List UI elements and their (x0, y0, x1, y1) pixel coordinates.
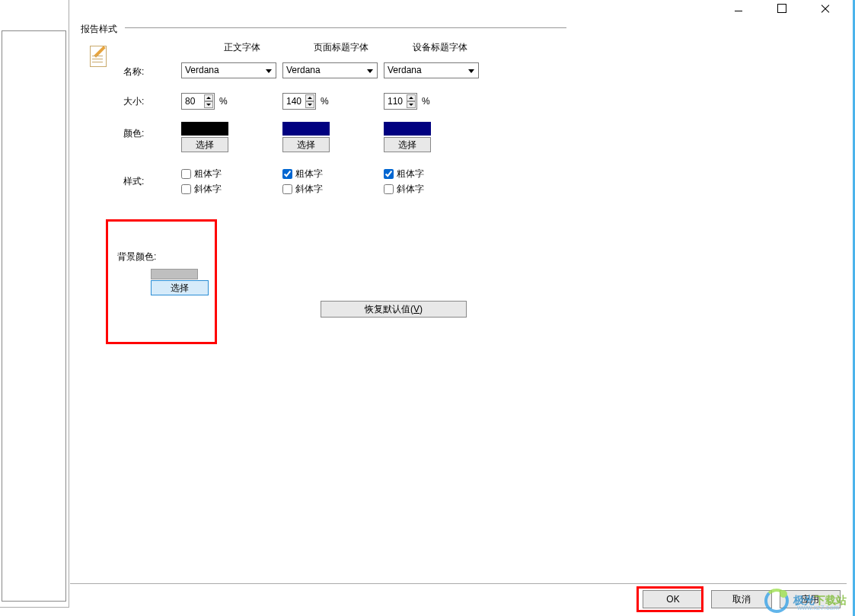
bottom-separator (70, 583, 847, 584)
combo-page-font[interactable]: Verdana (282, 62, 378, 78)
ok-button[interactable]: OK (643, 590, 703, 608)
window-min-button[interactable] (721, 0, 755, 17)
choose-color-device-button[interactable]: 选择 (384, 137, 431, 152)
spin-device-size-value: 110 (388, 96, 403, 107)
check-label: 斜体字 (295, 183, 323, 196)
color-swatch-body (181, 122, 228, 136)
check-label: 粗体字 (295, 168, 323, 180)
check-page-bold[interactable]: 粗体字 (282, 168, 323, 180)
background-color-group: 背景颜色: 选择 (108, 222, 215, 342)
check-label: 粗体字 (397, 168, 424, 180)
spin-down-icon[interactable] (204, 101, 213, 108)
col-header-device: 设备标题字体 (402, 41, 478, 54)
window-max-button[interactable] (764, 0, 799, 17)
spin-page-size-value: 140 (286, 96, 301, 107)
label-style: 样式: (123, 175, 161, 188)
check-body-italic[interactable]: 斜体字 (181, 183, 222, 196)
group-title: 报告样式 (81, 23, 122, 36)
cancel-button[interactable]: 取消 (711, 590, 772, 608)
percent-page: % (321, 96, 329, 107)
combo-device-font[interactable]: Verdana (384, 62, 479, 78)
check-label: 斜体字 (397, 183, 424, 196)
spin-page-size[interactable]: 140 (282, 93, 316, 110)
spin-up-icon[interactable] (204, 94, 213, 101)
check-device-bold[interactable]: 粗体字 (384, 168, 424, 180)
choose-color-page-button[interactable]: 选择 (282, 137, 330, 152)
combo-body-font-value: Verdana (185, 65, 219, 75)
side-tree-panel (0, 0, 69, 608)
label-size: 大小: (123, 95, 161, 108)
restore-defaults-button[interactable]: 恢复默认值(V) (321, 301, 467, 318)
label-name: 名称: (123, 65, 161, 78)
check-device-italic[interactable]: 斜体字 (384, 183, 424, 196)
content-area: 报告样式 正文字体 页面标题字体 设备标题字体 名称: 大小: 颜色: 样式: … (81, 27, 845, 582)
checkbox[interactable] (282, 184, 292, 194)
background-swatch (151, 269, 198, 279)
col-header-body: 正文字体 (204, 41, 280, 54)
percent-body: % (219, 96, 228, 107)
side-tree-inner[interactable] (2, 30, 66, 602)
restore-suffix: ) (420, 304, 423, 314)
restore-accelerator: V (413, 304, 420, 314)
spin-body-size-value: 80 (185, 96, 195, 107)
spin-down-icon[interactable] (305, 101, 314, 108)
chevron-down-icon (365, 65, 375, 77)
percent-device: % (422, 96, 430, 107)
checkbox[interactable] (181, 169, 191, 179)
check-page-italic[interactable]: 斜体字 (282, 183, 323, 196)
checkbox[interactable] (282, 169, 292, 179)
dialog-buttons: OK 取消 应用 (643, 590, 841, 608)
color-swatch-device (384, 122, 431, 136)
choose-color-body-button[interactable]: 选择 (181, 137, 228, 152)
spin-up-icon[interactable] (305, 94, 314, 101)
choose-background-button[interactable]: 选择 (151, 280, 209, 295)
color-swatch-page (282, 122, 330, 136)
checkbox[interactable] (384, 184, 394, 194)
chevron-down-icon (263, 65, 274, 77)
spin-device-size[interactable]: 110 (384, 93, 417, 110)
combo-page-font-value: Verdana (286, 65, 321, 75)
window-close-button[interactable] (808, 0, 842, 17)
dialog-window: 报告样式 正文字体 页面标题字体 设备标题字体 名称: 大小: 颜色: 样式: … (0, 0, 855, 616)
chevron-down-icon (466, 65, 477, 77)
window-titlebar (721, 0, 853, 20)
restore-text: 恢复默认值( (365, 304, 413, 314)
checkbox[interactable] (384, 169, 394, 179)
check-label: 斜体字 (194, 183, 222, 196)
label-color: 颜色: (123, 127, 161, 140)
checkbox[interactable] (181, 184, 191, 194)
group-separator (125, 27, 566, 28)
check-label: 粗体字 (194, 168, 222, 180)
spin-down-icon[interactable] (407, 101, 416, 108)
background-label: 背景颜色: (117, 251, 156, 263)
combo-device-font-value: Verdana (388, 65, 422, 75)
check-body-bold[interactable]: 粗体字 (181, 168, 222, 180)
apply-button[interactable]: 应用 (780, 590, 841, 608)
document-edit-icon (90, 46, 110, 69)
combo-body-font[interactable]: Verdana (181, 62, 276, 78)
spin-body-size[interactable]: 80 (181, 93, 215, 110)
spin-up-icon[interactable] (407, 94, 416, 101)
col-header-page: 页面标题字体 (303, 41, 379, 54)
